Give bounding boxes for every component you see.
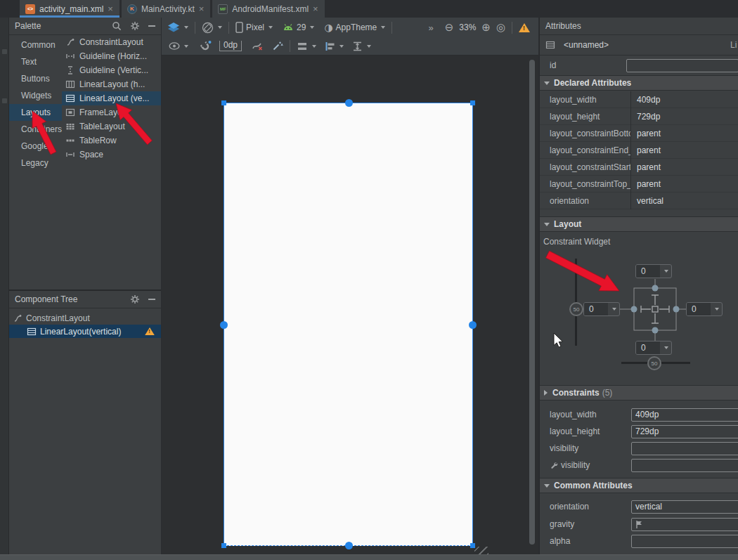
constraint-toolbar: 0dp	[162, 37, 538, 56]
palette-item-linearlayout-horizontal[interactable]: LinearLayout (h...	[62, 77, 161, 91]
alpha-input[interactable]	[631, 535, 738, 548]
stripe-icon[interactable]	[2, 98, 7, 103]
category-common[interactable]: Common	[9, 37, 62, 53]
toolbar-overflow-button[interactable]: »	[428, 22, 433, 33]
selection-handle-top-left[interactable]	[221, 100, 226, 105]
attr-row[interactable]: layout_constraintBottoparent	[540, 125, 738, 142]
hide-panel-icon[interactable]	[148, 299, 155, 300]
palette-item-guideline-vertical[interactable]: Guideline (Vertic...	[62, 63, 161, 77]
gravity-input[interactable]	[631, 518, 738, 531]
device-screen-preview[interactable]	[224, 103, 473, 546]
constraint-anchor-top[interactable]	[345, 99, 353, 107]
category-buttons[interactable]: Buttons	[9, 70, 62, 87]
zoom-in-icon[interactable]: ⊕	[481, 22, 491, 33]
device-selector[interactable]: Pixel	[235, 22, 273, 33]
infer-constraints-button[interactable]	[272, 41, 283, 51]
tablelayout-icon	[65, 122, 75, 131]
gear-icon[interactable]	[130, 294, 140, 304]
palette-item-guideline-horizontal[interactable]: Guideline (Horiz...	[62, 49, 161, 63]
theme-selector[interactable]: ◑ AppTheme	[324, 22, 385, 32]
constraint-widget[interactable]: 0 0 0 0 50 50	[540, 247, 738, 384]
orientation-selector[interactable]	[202, 22, 222, 34]
constraint-anchor-left[interactable]	[220, 321, 228, 329]
palette-item-tablerow[interactable]: TableRow	[62, 134, 161, 148]
selection-handle-bottom-left[interactable]	[221, 543, 226, 548]
pack-menu[interactable]	[297, 41, 316, 51]
clear-constraints-button[interactable]	[252, 41, 264, 51]
attr-row[interactable]: layout_constraintTop_tparent	[540, 176, 738, 193]
android-icon	[283, 23, 294, 32]
align-menu[interactable]	[325, 41, 344, 51]
palette-item-space[interactable]: Space	[62, 148, 161, 162]
visibility-input[interactable]	[631, 442, 738, 455]
horizontal-bias-slider[interactable]: 50	[647, 356, 661, 370]
selection-handle-top-right[interactable]	[470, 100, 475, 105]
attr-row: gravity	[540, 516, 738, 533]
design-surface-selector[interactable]	[167, 22, 188, 33]
warning-icon[interactable]	[145, 327, 155, 335]
section-layout[interactable]: Layout	[540, 216, 738, 232]
section-constraints[interactable]: Constraints (5)	[540, 385, 738, 401]
palette-item-constraintlayout[interactable]: ConstraintLayout	[62, 35, 161, 49]
palette-header: Palette	[9, 18, 161, 35]
close-icon[interactable]: ×	[108, 4, 113, 13]
margin-left-dropdown[interactable]: 0	[583, 302, 620, 316]
tools-visibility-input[interactable]	[631, 459, 738, 472]
expand-vertical-menu[interactable]	[352, 41, 371, 51]
tab-androidmanifest-xml[interactable]: MF AndroidManifest.xml ×	[212, 0, 324, 18]
vertical-scrollbar[interactable]	[529, 60, 535, 545]
gear-icon[interactable]	[130, 21, 140, 31]
attr-row[interactable]: layout_height729dp	[540, 108, 738, 125]
section-declared-attributes[interactable]: Declared Attributes	[540, 75, 738, 91]
manifest-file-icon: MF	[218, 4, 228, 14]
attr-row[interactable]: layout_constraintEnd_tparent	[540, 142, 738, 159]
tree-item-constraintlayout[interactable]: ConstraintLayout	[9, 311, 161, 325]
search-icon[interactable]	[112, 21, 122, 31]
selected-component-row: <unnamed> Li	[540, 35, 738, 56]
layout-width-input[interactable]: 409dp	[631, 408, 738, 422]
zoom-to-fit-icon[interactable]: ◎	[496, 22, 505, 33]
constraint-anchor-bottom[interactable]	[345, 542, 353, 549]
api-version-selector[interactable]: 29	[283, 22, 314, 32]
close-icon[interactable]: ×	[199, 4, 205, 13]
design-surface[interactable]	[162, 56, 538, 554]
close-icon[interactable]: ×	[313, 4, 318, 13]
category-google[interactable]: Google	[9, 138, 62, 155]
warnings-icon[interactable]	[519, 23, 530, 32]
attr-row[interactable]: layout_constraintStart_parent	[540, 159, 738, 176]
category-legacy[interactable]: Legacy	[9, 155, 62, 171]
attr-row: visibility	[540, 457, 738, 474]
tab-mainactivity-kt[interactable]: K MainActivity.kt ×	[122, 0, 210, 18]
margin-bottom-dropdown[interactable]: 0	[635, 341, 672, 355]
category-containers[interactable]: Containers	[9, 121, 62, 138]
tree-item-linearlayout-vertical[interactable]: LinearLayout(vertical)	[9, 325, 161, 338]
section-common-attributes[interactable]: Common Attributes	[540, 478, 738, 493]
palette-item-framelayout[interactable]: FrameLayout	[62, 105, 161, 119]
id-input[interactable]	[626, 59, 738, 72]
orientation-input[interactable]: vertical	[631, 500, 738, 514]
hide-panel-icon[interactable]	[148, 25, 155, 27]
category-text[interactable]: Text	[9, 53, 62, 70]
align-icon	[325, 41, 335, 51]
zoom-out-icon[interactable]: ⊖	[445, 22, 454, 33]
palette-item-tablelayout[interactable]: TableLayout	[62, 119, 161, 134]
view-options-button[interactable]	[169, 42, 188, 50]
autoconnect-toggle[interactable]	[200, 40, 212, 52]
magic-wand-icon	[272, 41, 283, 51]
category-layouts[interactable]: Layouts	[9, 104, 62, 121]
stripe-icon[interactable]	[2, 49, 7, 54]
attr-row[interactable]: layout_width409dp	[540, 91, 738, 108]
linearlayout-horizontal-icon	[65, 79, 75, 89]
tab-activity-main-xml[interactable]: <> activity_main.xml ×	[20, 0, 119, 18]
vertical-bias-slider[interactable]: 50	[569, 302, 583, 316]
margin-top-dropdown[interactable]: 0	[635, 264, 672, 278]
margin-right-dropdown[interactable]: 0	[686, 302, 723, 316]
layout-height-input[interactable]: 729dp	[631, 425, 738, 438]
component-name: <unnamed>	[564, 40, 609, 50]
palette-item-linearlayout-vertical[interactable]: LinearLayout (ve...	[62, 91, 161, 105]
category-widgets[interactable]: Widgets	[9, 87, 62, 104]
attr-row[interactable]: orientationvertical	[540, 193, 738, 209]
default-margin-selector[interactable]: 0dp	[219, 41, 242, 51]
constraint-anchor-right[interactable]	[469, 321, 477, 329]
attr-row: alpha	[540, 533, 738, 549]
